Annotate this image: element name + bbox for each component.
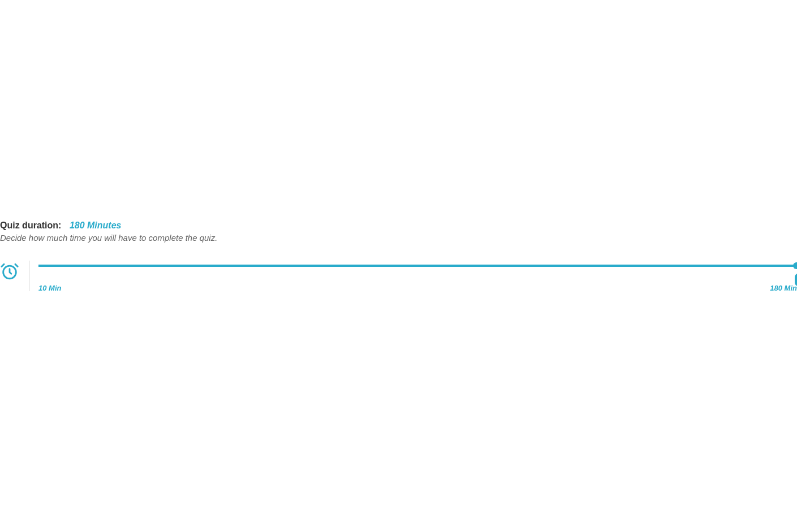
duration-label: Quiz duration: — [0, 220, 61, 230]
clock-icon-wrap — [0, 262, 19, 283]
duration-header: Quiz duration: 180 Minutes — [0, 220, 797, 231]
slider-tooltip[interactable] — [795, 274, 797, 286]
slider-thumb[interactable] — [793, 262, 797, 269]
slider-track[interactable] — [38, 265, 797, 267]
duration-slider-row: 10 Min 180 Min — [0, 262, 797, 292]
slider-divider — [29, 261, 30, 291]
quiz-duration-section: Quiz duration: 180 Minutes Decide how mu… — [0, 220, 797, 292]
slider-max-label: 180 Min — [770, 284, 797, 292]
duration-slider[interactable]: 10 Min 180 Min — [38, 262, 797, 292]
slider-min-label: 10 Min — [38, 284, 61, 292]
duration-description: Decide how much time you will have to co… — [0, 233, 797, 243]
alarm-clock-icon — [0, 262, 19, 281]
duration-value: 180 Minutes — [70, 220, 122, 230]
slider-labels: 10 Min 180 Min — [38, 284, 797, 292]
